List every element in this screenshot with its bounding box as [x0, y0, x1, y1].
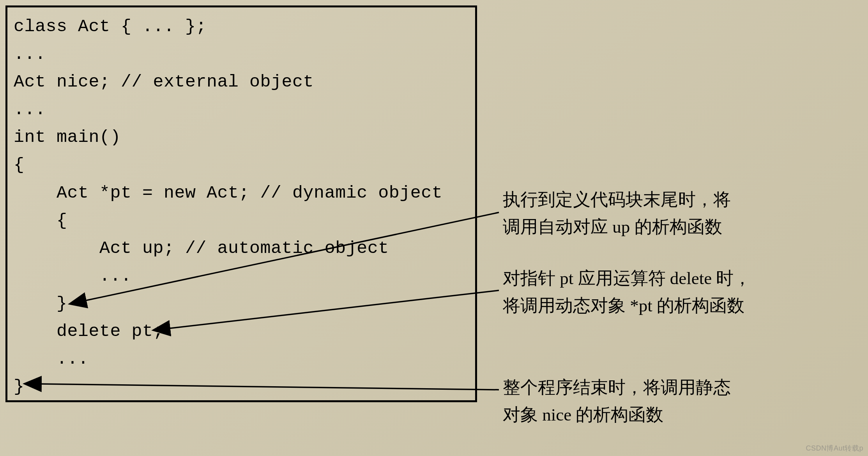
- watermark-text: CSDN博Aut转载p: [806, 444, 863, 453]
- code-line: delete pt;: [14, 318, 469, 345]
- code-line: Act *pt = new Act; // dynamic object: [14, 179, 469, 207]
- code-line: int main(): [14, 124, 469, 151]
- code-block-container: class Act { ... }; ... Act nice; // exte…: [5, 5, 477, 402]
- code-line: ...: [14, 262, 469, 290]
- code-line: }: [14, 290, 469, 318]
- code-line: Act nice; // external object: [14, 68, 469, 96]
- code-line: ...: [14, 41, 469, 68]
- annotation-dynamic-object: 对指针 pt 应用运算符 delete 时， 将调用动态对象 *pt 的析构函数: [503, 265, 751, 320]
- annotation-automatic-object: 执行到定义代码块末尾时，将 调用自动对应 up 的析构函数: [503, 186, 731, 241]
- annotation-static-object: 整个程序结束时，将调用静态 对象 nice 的析构函数: [503, 374, 731, 429]
- code-line: ...: [14, 96, 469, 124]
- code-line: ...: [14, 345, 469, 373]
- code-line: Act up; // automatic object: [14, 235, 469, 262]
- code-line: }: [14, 373, 469, 401]
- code-line: class Act { ... };: [14, 13, 469, 41]
- code-line: {: [14, 207, 469, 235]
- code-line: {: [14, 151, 469, 179]
